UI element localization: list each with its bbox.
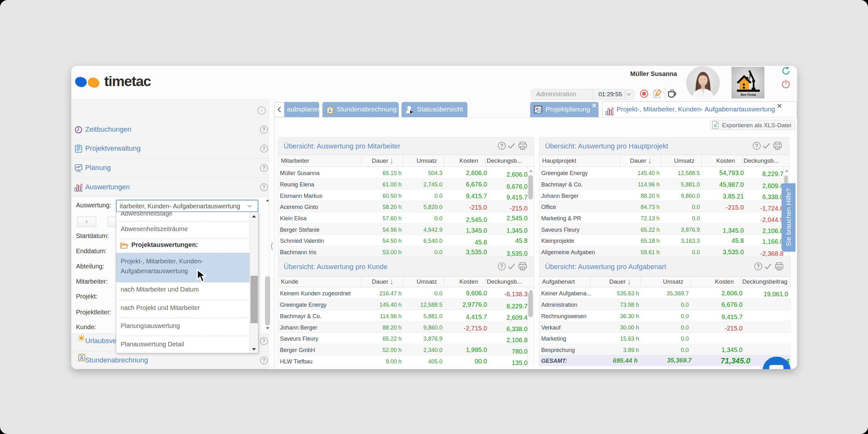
svg-text:Ihre Firma: Ihre Firma: [741, 93, 756, 97]
svg-text:E: E: [714, 123, 717, 128]
